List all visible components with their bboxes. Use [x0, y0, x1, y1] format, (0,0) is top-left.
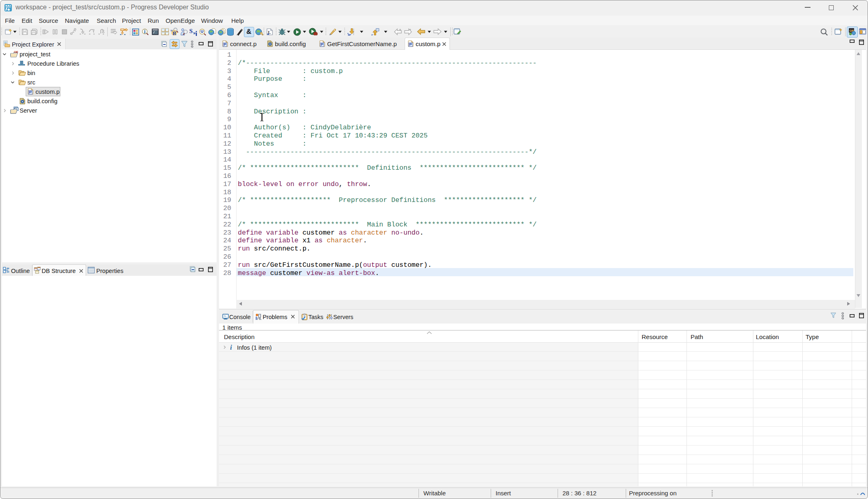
- svg-text:P: P: [29, 90, 32, 94]
- svg-text:w: w: [170, 29, 173, 32]
- svg-text:S: S: [189, 28, 193, 34]
- svg-text:P: P: [224, 42, 226, 47]
- svg-text:P: P: [321, 42, 323, 47]
- svg-text:OE: OE: [14, 50, 18, 54]
- svg-text:P: P: [409, 42, 412, 47]
